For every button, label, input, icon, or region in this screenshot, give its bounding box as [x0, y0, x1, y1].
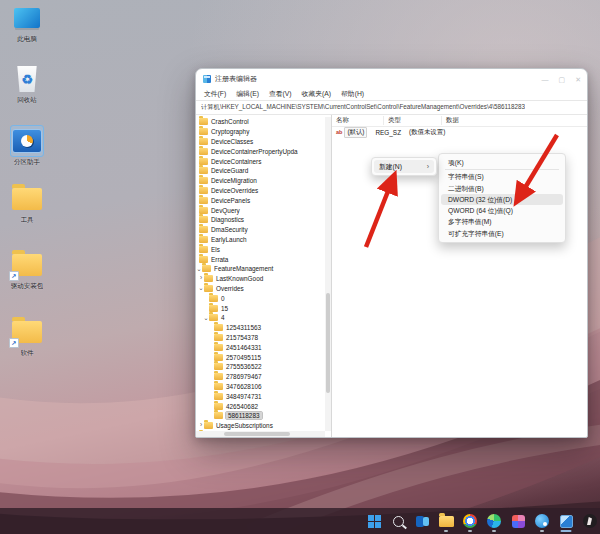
tree-item[interactable]: Els [196, 244, 331, 254]
registry-tree: CrashControlCryptographyDeviceClassesDev… [196, 117, 331, 437]
titlebar[interactable]: 注册表编辑器 —▢✕ [196, 69, 587, 87]
tree-item-label: Els [211, 246, 220, 253]
tree-item[interactable]: 2451464331 [196, 342, 331, 352]
taskbar-icon-start[interactable] [362, 509, 386, 533]
tree-item[interactable]: DevQuery [196, 205, 331, 215]
taskbar-icon-task-view[interactable] [410, 509, 434, 533]
value-list-headers: 名称类型数据 [332, 115, 587, 127]
minimize-icon[interactable]: — [542, 76, 549, 83]
tree-item-label: 2570495115 [226, 354, 261, 361]
folder-icon [199, 167, 208, 174]
taskbar-icon-browser[interactable] [482, 509, 506, 533]
folder-icon [214, 412, 223, 419]
chat-app-icon [535, 514, 549, 528]
tree-item[interactable]: 3484974731 [196, 391, 331, 401]
taskbar-icon-file-explorer[interactable] [434, 509, 458, 533]
folder-icon [199, 187, 208, 194]
submenu-item[interactable]: 项(K) [441, 157, 563, 168]
taskbar-icon-store[interactable] [506, 509, 530, 533]
menubar-item[interactable]: 文件(F) [200, 88, 230, 100]
tree-item-label: CrashControl [211, 118, 249, 125]
taskbar-icon-game-app[interactable] [578, 509, 600, 533]
submenu-item[interactable]: 二进制值(B) [441, 183, 563, 194]
tree-item[interactable]: Cryptography [196, 127, 331, 137]
taskbar-icon-chrome[interactable] [458, 509, 482, 533]
tree-item[interactable]: LastKnownGood [196, 274, 331, 284]
menubar-item[interactable]: 帮助(H) [337, 88, 368, 100]
tree-item[interactable]: UsageSubscriptions [196, 421, 331, 431]
desktop-icon-label: 此电脑 [17, 35, 37, 44]
registry-tree-panel[interactable]: CrashControlCryptographyDeviceClassesDev… [196, 115, 332, 437]
tree-item[interactable]: DeviceContainerPropertyUpda [196, 146, 331, 156]
context-menu-item-new[interactable]: 新建(N) [374, 160, 434, 173]
tree-item[interactable]: 586118283 [196, 411, 331, 421]
regedit-icon [560, 515, 573, 528]
tree-item-label: 426540682 [226, 403, 258, 410]
menubar-item[interactable]: 编辑(E) [232, 88, 263, 100]
folder-icon [199, 128, 208, 135]
desktop-icon-this-pc[interactable]: 此电脑 [3, 3, 51, 44]
tree-item[interactable]: Diagnostics [196, 215, 331, 225]
tree-item[interactable]: 15 [196, 303, 331, 313]
tree-item[interactable]: CrashControl [196, 117, 331, 127]
tree-item[interactable]: Errata [196, 254, 331, 264]
tree-item-label: DeviceGuard [211, 167, 248, 174]
tree-item-label: 3476628106 [226, 383, 262, 390]
desktop-icon-folder-setup[interactable]: ↗驱动安装包 [3, 250, 51, 291]
maximize-icon[interactable]: ▢ [559, 76, 566, 83]
column-header[interactable]: 数据 [442, 116, 587, 125]
tree-item-label: Errata [211, 256, 228, 263]
tree-item[interactable]: 3476628106 [196, 382, 331, 392]
tree-item[interactable]: DeviceGuard [196, 166, 331, 176]
folder-icon [199, 118, 208, 125]
tree-item[interactable]: Overrides [196, 284, 331, 294]
desktop-icon-folder-soft[interactable]: ↗软件 [3, 317, 51, 358]
tree-item[interactable]: DeviceClasses [196, 137, 331, 147]
tree-horizontal-scrollbar[interactable] [196, 431, 325, 437]
tree-item[interactable]: DeviceOverrides [196, 186, 331, 196]
column-header[interactable]: 名称 [332, 116, 384, 125]
tree-item[interactable]: DevicePanels [196, 195, 331, 205]
folder-icon [209, 314, 218, 321]
submenu-item[interactable]: QWORD (64 位)值(Q) [441, 205, 563, 216]
scrollbar-thumb[interactable] [224, 432, 290, 436]
tree-item[interactable]: 215754378 [196, 333, 331, 343]
address-bar[interactable]: 计算机\HKEY_LOCAL_MACHINE\SYSTEM\CurrentCon… [196, 100, 587, 115]
submenu-item[interactable]: DWORD (32 位)值(D) [441, 194, 563, 205]
value-row[interactable]: ab(默认)REG_SZ(数值未设置) [332, 127, 587, 138]
desktop-icon-label: 软件 [21, 349, 34, 358]
desktop-icon-label: 驱动安装包 [11, 282, 44, 291]
tree-item[interactable]: DeviceMigration [196, 176, 331, 186]
column-header[interactable]: 类型 [384, 116, 442, 125]
desktop-icon-folder-tools[interactable]: 工具 [3, 184, 51, 225]
submenu-item[interactable]: 多字符串值(M) [441, 216, 563, 227]
close-icon[interactable]: ✕ [575, 76, 581, 83]
new-menu-label: 新建(N) [379, 162, 402, 172]
menubar-item[interactable]: 查看(V) [265, 88, 296, 100]
tree-item[interactable]: EarlyLaunch [196, 235, 331, 245]
submenu-item[interactable]: 字符串值(S) [441, 171, 563, 182]
folder-icon [214, 354, 223, 361]
tree-vertical-scrollbar[interactable] [325, 117, 331, 431]
running-app-indicator [492, 530, 496, 532]
tree-item[interactable]: DmaSecurity [196, 225, 331, 235]
tree-item[interactable]: 0 [196, 293, 331, 303]
tree-item-label: Diagnostics [211, 216, 244, 223]
active-app-indicator [561, 530, 572, 532]
taskbar-icon-regedit[interactable] [554, 509, 578, 533]
desktop-icon-partition-tool[interactable]: 分区助手 [3, 126, 51, 167]
submenu-item[interactable]: 可扩充字符串值(E) [441, 228, 563, 239]
desktop-icon-recycle-bin[interactable]: ♻回收站 [3, 64, 51, 105]
menubar-item[interactable]: 收藏夹(A) [298, 88, 335, 100]
folder-icon [199, 148, 208, 155]
taskbar-icon-chat-app[interactable] [530, 509, 554, 533]
tree-item[interactable]: DeviceContainers [196, 156, 331, 166]
taskbar-icon-search[interactable] [386, 509, 410, 533]
tree-item-label: DevicePanels [211, 197, 250, 204]
tree-item[interactable]: FeatureManagement [196, 264, 331, 274]
start-icon [368, 515, 381, 528]
regedit-window: 注册表编辑器 —▢✕ 文件(F)编辑(E)查看(V)收藏夹(A)帮助(H) 计算… [195, 68, 588, 438]
folder-icon [199, 226, 208, 233]
taskbar-icon-list [362, 508, 600, 534]
scrollbar-thumb[interactable] [326, 293, 330, 393]
